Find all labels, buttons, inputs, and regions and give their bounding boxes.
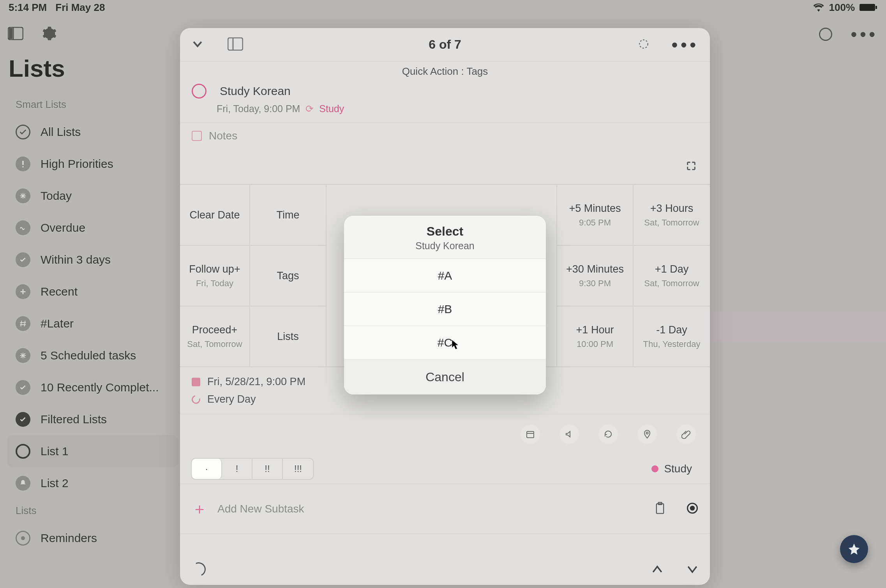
cell-sublabel: 9:05 PM [579,218,611,228]
sidebar-item-label: #Later [41,317,74,330]
sidebar-item-filtered[interactable]: Filtered Lists [7,403,178,435]
sidebar-item-priorities[interactable]: High Priorities [7,148,178,180]
panel-toggle-icon[interactable] [228,37,243,52]
more-icon[interactable]: ••• [851,31,878,38]
calendar-icon [192,378,200,386]
sidebar-item-list2[interactable]: List 2 [7,467,178,499]
check-circle-icon [16,380,30,395]
cell-label: Lists [277,331,299,343]
focus-icon[interactable] [819,28,832,41]
sidebar-item-overdue[interactable]: Overdue [7,212,178,244]
settings-icon[interactable] [42,26,57,42]
clipboard-icon[interactable] [655,502,665,516]
cell-plus-3h[interactable]: +3 HoursSat, Tomorrow [634,185,710,246]
cell-sublabel: 9:30 PM [579,278,611,289]
sidebar-item-label: High Priorities [41,157,113,171]
sheet-subtitle: Study Korean [348,240,542,252]
sidebar-item-list1[interactable]: List 1 [7,435,178,467]
cell-plus-5m[interactable]: +5 Minutes9:05 PM [557,185,633,246]
alert-attr-icon[interactable] [559,424,579,444]
sidebar-item-label: List 2 [41,477,69,490]
list-chip-label: Study [664,463,692,475]
cell-label: -1 Day [656,324,687,336]
cell-label: Proceed+ [192,324,237,336]
sidebar-item-label: Recent [41,285,78,298]
circle-icon [16,531,30,546]
sheet-option-c[interactable]: #C [344,326,546,359]
task-meta-tag: Study [319,103,344,114]
cell-tags[interactable]: Tags [250,246,326,306]
sidebar-item-today[interactable]: Today [7,180,178,212]
sidebar-toggle-icon[interactable] [8,27,23,42]
sidebar-item-label: All Lists [41,125,81,139]
modal-header: 6 of 7 ••• [180,28,710,62]
sidebar-item-label: Reminders [41,532,97,545]
location-attr-icon[interactable] [637,424,657,444]
add-icon: ＋ [192,498,207,519]
cell-followup[interactable]: Follow up+Fri, Today [180,246,249,306]
expand-icon[interactable] [686,160,697,173]
sidebar-item-recently-completed[interactable]: 10 Recently Complet... [7,371,178,403]
record-icon[interactable] [687,502,698,516]
task-meta: Fri, Today, 9:00 PM ⟳ Study [180,101,710,122]
cell-plus-30m[interactable]: +30 Minutes9:30 PM [557,246,633,306]
cell-clear-date[interactable]: Clear Date [180,185,249,246]
svg-rect-0 [860,4,875,11]
cell-plus-1h[interactable]: +1 Hour10:00 PM [557,306,633,367]
notes-row[interactable]: Notes [180,122,710,149]
subtask-row[interactable]: ＋ Add New Subtask [180,484,710,534]
target-icon[interactable] [637,38,650,52]
cell-minus-1d[interactable]: -1 DayThu, Yesterday [634,306,710,367]
task-modal: 6 of 7 ••• Quick Action : Tags Study Kor… [180,28,710,585]
status-date: Fri May 28 [55,2,105,14]
list-color-icon [651,465,658,472]
hash-icon [16,316,30,331]
sidebar: Lists Smart Lists All Lists High Priorit… [7,55,178,554]
sheet-header: Select Study Korean [344,216,546,259]
sidebar-item-label: Within 3 days [41,253,111,266]
svg-point-5 [22,166,24,168]
highlight-strip [709,312,886,342]
cell-time[interactable]: Time [250,185,326,246]
cell-label: Tags [277,270,299,282]
sheet-option-b[interactable]: #B [344,292,546,326]
sheet-option-a[interactable]: #A [344,259,546,292]
tag-action-sheet: Select Study Korean #A #B #C Cancel [344,216,546,394]
exclaim-icon [16,157,30,171]
collapse-button[interactable] [191,37,204,52]
cell-sublabel: Sat, Tomorrow [644,218,699,228]
sync-icon[interactable] [190,560,208,578]
modal-more-icon[interactable]: ••• [672,41,699,48]
wifi-icon [813,3,824,12]
task-checkbox[interactable] [192,84,206,99]
date-attr-icon[interactable] [521,424,540,444]
sidebar-section-smart: Smart Lists [16,99,178,111]
priority-low[interactable]: ! [222,459,252,479]
sidebar-item-later[interactable]: #Later [7,308,178,340]
cell-plus-1d[interactable]: +1 DaySat, Tomorrow [634,246,710,306]
repeat-attr-icon[interactable] [598,424,618,444]
cell-lists[interactable]: Lists [250,306,326,367]
check-icon [16,125,30,139]
list-chip[interactable]: Study [651,463,699,475]
prev-task-button[interactable] [651,562,663,577]
next-task-button[interactable] [687,562,698,577]
schedule-repeat-row[interactable]: Every Day [192,393,698,405]
sidebar-item-reminders[interactable]: Reminders [7,522,178,554]
sidebar-item-recent[interactable]: Recent [7,276,178,308]
attach-attr-icon[interactable] [676,424,696,444]
sidebar-item-within3[interactable]: Within 3 days [7,244,178,276]
sidebar-item-scheduled[interactable]: 5 Scheduled tasks [7,340,178,371]
sheet-cancel[interactable]: Cancel [344,359,546,394]
priority-none[interactable]: · [192,459,222,479]
task-meta-date: Fri, Today, 9:00 PM [217,103,300,114]
cell-sublabel: Sat, Tomorrow [187,339,242,349]
task-title[interactable]: Study Korean [220,85,291,98]
fab-star-button[interactable] [840,535,868,563]
priority-segment[interactable]: · ! !! !!! [191,458,314,480]
priority-high[interactable]: !!! [283,459,313,479]
sidebar-item-all[interactable]: All Lists [7,116,178,148]
svg-rect-11 [657,503,664,513]
priority-med[interactable]: !! [252,459,283,479]
cell-proceed[interactable]: Proceed+Sat, Tomorrow [180,306,249,367]
